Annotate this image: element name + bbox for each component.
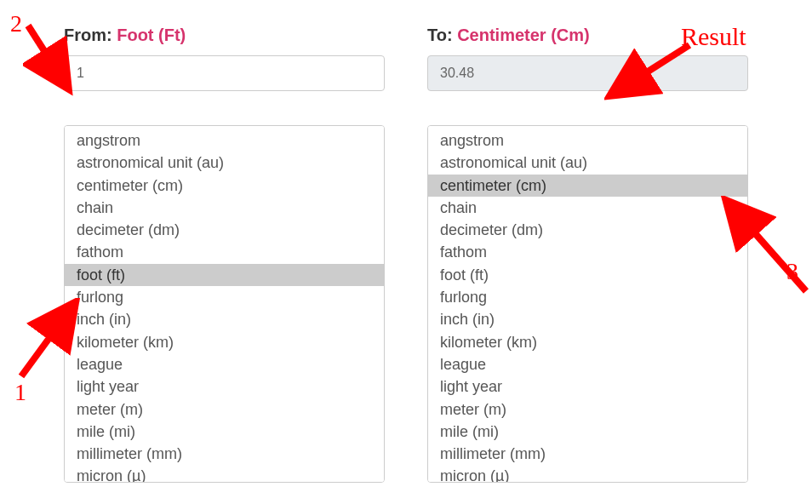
list-item[interactable]: inch (in) — [428, 308, 747, 330]
list-item[interactable]: angstrom — [65, 129, 384, 152]
list-item[interactable]: centimeter (cm) — [428, 175, 747, 197]
list-item[interactable]: mile (mi) — [65, 421, 384, 443]
list-item[interactable]: chain — [428, 197, 747, 219]
list-item[interactable]: astronomical unit (au) — [428, 152, 747, 174]
list-item[interactable]: fathom — [65, 241, 384, 263]
from-label: From: Foot (Ft) — [64, 26, 385, 45]
from-column: From: Foot (Ft) angstromastronomical uni… — [64, 26, 385, 483]
list-item[interactable]: league — [65, 353, 384, 375]
from-prefix: From: — [64, 26, 117, 44]
from-unit: Foot (Ft) — [117, 26, 186, 44]
from-value-input[interactable] — [64, 55, 385, 91]
to-unit: Centimeter (Cm) — [457, 26, 590, 44]
to-unit-listbox[interactable]: angstromastronomical unit (au)centimeter… — [427, 125, 748, 483]
list-item[interactable]: furlong — [428, 286, 747, 308]
to-value-output — [427, 55, 748, 91]
list-item[interactable]: chain — [65, 197, 384, 219]
list-item[interactable]: fathom — [428, 241, 747, 263]
list-item[interactable]: league — [428, 353, 747, 375]
list-item[interactable]: furlong — [65, 286, 384, 308]
list-item[interactable]: meter (m) — [65, 398, 384, 421]
list-item[interactable]: decimeter (dm) — [428, 219, 747, 241]
list-item[interactable]: kilometer (km) — [65, 331, 384, 353]
list-item[interactable]: meter (m) — [428, 398, 747, 421]
list-item[interactable]: micron (µ) — [428, 465, 747, 483]
list-item[interactable]: mile (mi) — [428, 421, 747, 443]
list-item[interactable]: astronomical unit (au) — [65, 152, 384, 174]
list-item[interactable]: centimeter (cm) — [65, 175, 384, 197]
list-item[interactable]: millimeter (mm) — [65, 443, 384, 465]
list-item[interactable]: foot (ft) — [65, 264, 384, 286]
to-label: To: Centimeter (Cm) — [427, 26, 748, 45]
list-item[interactable]: decimeter (dm) — [65, 219, 384, 241]
list-item[interactable]: kilometer (km) — [428, 331, 747, 353]
list-item[interactable]: inch (in) — [65, 308, 384, 330]
list-item[interactable]: light year — [428, 375, 747, 398]
list-item[interactable]: angstrom — [428, 129, 747, 152]
list-item[interactable]: millimeter (mm) — [428, 443, 747, 465]
to-column: To: Centimeter (Cm) angstromastronomical… — [427, 26, 748, 483]
converter-container: From: Foot (Ft) angstromastronomical uni… — [0, 0, 812, 483]
list-item[interactable]: foot (ft) — [428, 264, 747, 286]
to-prefix: To: — [427, 26, 457, 44]
list-item[interactable]: micron (µ) — [65, 465, 384, 483]
list-item[interactable]: light year — [65, 375, 384, 398]
from-unit-listbox[interactable]: angstromastronomical unit (au)centimeter… — [64, 125, 385, 483]
